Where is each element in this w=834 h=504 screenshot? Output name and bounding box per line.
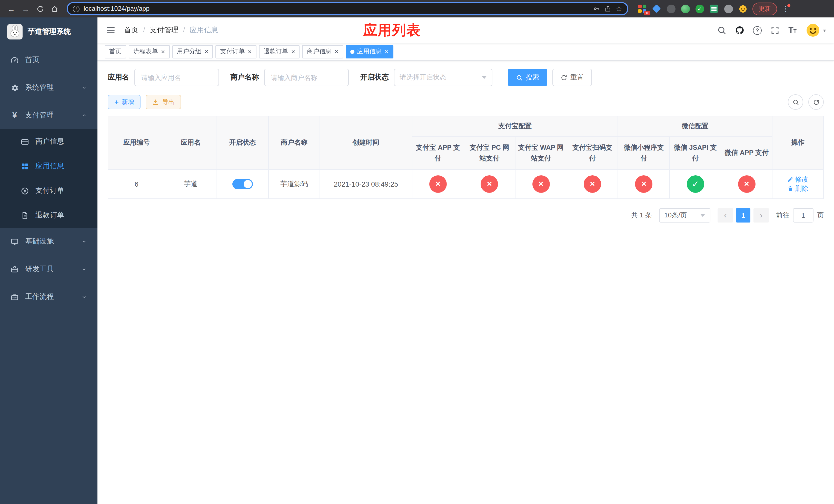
home-button[interactable] (48, 3, 61, 15)
extension-check-icon[interactable]: ✓ (695, 4, 704, 13)
goto-page: 前往 页 (776, 208, 824, 223)
close-icon[interactable]: × (161, 48, 165, 55)
goto-page-input[interactable] (793, 208, 813, 223)
puzzle-icon (724, 4, 733, 13)
tab-process-form[interactable]: 流程表单× (129, 45, 170, 58)
font-size-icon[interactable]: TT (788, 26, 796, 35)
next-page-button[interactable]: › (753, 208, 769, 223)
add-button[interactable]: + 新增 (108, 95, 140, 109)
sidebar-menu: 首页 系统管理 ¥ 支付管理 商户信息 (0, 46, 97, 311)
home-icon (50, 5, 58, 13)
search-button[interactable]: 搜索 (508, 69, 547, 86)
sidebar-item-label: 商户信息 (36, 137, 87, 146)
reload-button[interactable] (34, 3, 46, 15)
tab-refund-orders[interactable]: 退款订单× (259, 45, 300, 58)
download-icon (152, 99, 159, 105)
forward-button[interactable]: → (20, 3, 32, 15)
sidebar-item-infrastructure[interactable]: 基础设施 (0, 228, 97, 255)
delete-link[interactable]: 删除 (787, 184, 808, 193)
alipay-pc-status-icon: × (481, 175, 498, 193)
merchant-name-input[interactable] (264, 69, 349, 86)
chevron-down-icon (700, 214, 705, 217)
toggle-search-button[interactable] (788, 94, 803, 110)
extension-dark-icon[interactable] (666, 4, 676, 13)
check-circle-icon: ✓ (695, 4, 704, 13)
sidebar-item-home[interactable]: 首页 (0, 46, 97, 74)
app-table: 应用编号 应用名 开启状态 商户名称 创建时间 支付宝配置 微信配置 操作 支付… (108, 116, 824, 199)
breadcrumb-home[interactable]: 首页 (124, 26, 150, 35)
browser-menu-button[interactable]: ⋮ (781, 4, 790, 13)
hamburger-icon[interactable] (106, 25, 116, 36)
sidebar-item-payment[interactable]: ¥ 支付管理 (0, 101, 97, 129)
sidebar-item-label: 退款订单 (36, 211, 87, 220)
search-icon[interactable] (717, 26, 726, 35)
wechat-jsapi-status-icon: ✓ (686, 175, 704, 193)
col-app-name: 应用名 (165, 116, 216, 169)
merchant-name-label: 商户名称 (230, 73, 259, 82)
prev-page-button[interactable]: ‹ (718, 208, 733, 223)
refresh-table-button[interactable] (808, 94, 824, 110)
reset-button[interactable]: 重置 (552, 69, 592, 86)
address-bar[interactable]: i localhost:1024/pay/app ☆ (67, 2, 628, 15)
tab-user-group[interactable]: 用户分组× (172, 45, 213, 58)
app-name-input[interactable] (134, 69, 219, 86)
sidebar-item-payment-orders[interactable]: 支付订单 (0, 178, 97, 203)
chrome-update-button[interactable]: 更新 (752, 2, 777, 15)
toolbox-icon (10, 265, 19, 274)
help-icon[interactable]: ? (753, 26, 762, 35)
col-alipay-wap: 支付宝 WAP 网站支付 (515, 137, 567, 169)
sidebar-item-refund-orders[interactable]: 退款订单 (0, 203, 97, 228)
close-icon[interactable]: × (385, 48, 389, 55)
tab-home[interactable]: 首页 (105, 45, 126, 58)
extension-puzzle-icon[interactable] (724, 4, 733, 13)
close-icon[interactable]: × (248, 48, 251, 55)
extension-grid-icon[interactable]: 10 (638, 4, 647, 13)
sidebar-item-app-info[interactable]: 应用信息 (0, 154, 97, 178)
sidebar-item-workflow[interactable]: 工作流程 (0, 283, 97, 311)
password-key-icon[interactable] (593, 5, 600, 12)
bookmark-star-icon[interactable]: ☆ (616, 5, 622, 13)
col-wechat-mini: 微信小程序支付 (618, 137, 670, 169)
close-icon[interactable]: × (335, 48, 338, 55)
green-book-icon (710, 5, 718, 13)
extension-avatar-icon[interactable] (681, 4, 690, 13)
tab-merchant-info[interactable]: 商户信息× (302, 45, 343, 58)
monitor-icon (10, 237, 19, 246)
extension-emoji-icon[interactable] (738, 4, 747, 13)
share-icon[interactable] (605, 5, 612, 12)
sidebar-item-label: 工作流程 (25, 292, 75, 301)
close-icon[interactable]: × (291, 48, 295, 55)
alipay-qr-status-icon: × (584, 175, 601, 193)
sidebar: 芋道管理系统 首页 系统管理 ¥ 支付管理 (0, 18, 97, 504)
tab-app-info[interactable]: 应用信息× (346, 45, 393, 58)
page-size-select[interactable]: 10条/页 (659, 208, 710, 223)
export-button[interactable]: 导出 (146, 95, 181, 109)
breadcrumb-payment[interactable]: 支付管理 (150, 26, 190, 35)
briefcase-icon (10, 293, 19, 301)
extension-docs-icon[interactable] (709, 4, 719, 13)
filter-bar: 应用名 商户名称 开启状态 请选择开启状态 (108, 69, 824, 86)
github-icon[interactable] (735, 26, 744, 35)
chevron-down-icon (81, 85, 87, 91)
col-wechat-app: 微信 APP 支付 (721, 137, 772, 169)
url-text[interactable]: localhost:1024/pay/app (84, 5, 589, 12)
sidebar-item-dev-tools[interactable]: 研发工具 (0, 255, 97, 283)
back-button[interactable]: ← (5, 3, 18, 15)
app-logo-row[interactable]: 芋道管理系统 (0, 18, 97, 46)
status-select[interactable]: 请选择开启状态 (394, 69, 492, 86)
sidebar-item-merchant-info[interactable]: 商户信息 (0, 129, 97, 154)
extension-diamond-icon[interactable] (652, 4, 661, 13)
close-icon[interactable]: × (204, 48, 208, 55)
fullscreen-icon[interactable] (770, 26, 780, 35)
edit-link[interactable]: 修改 (787, 175, 808, 184)
tab-payment-orders[interactable]: 支付订单× (215, 45, 256, 58)
user-avatar[interactable]: ▾ (805, 23, 826, 38)
diamond-icon (652, 4, 661, 13)
toggle-knob (243, 180, 251, 188)
col-alipay-qr: 支付宝扫码支付 (567, 137, 618, 169)
sidebar-item-system[interactable]: 系统管理 (0, 74, 97, 101)
chevron-down-icon (81, 238, 87, 245)
status-toggle[interactable] (232, 179, 253, 189)
site-info-icon[interactable]: i (73, 5, 80, 12)
page-1-button[interactable]: 1 (736, 208, 750, 223)
